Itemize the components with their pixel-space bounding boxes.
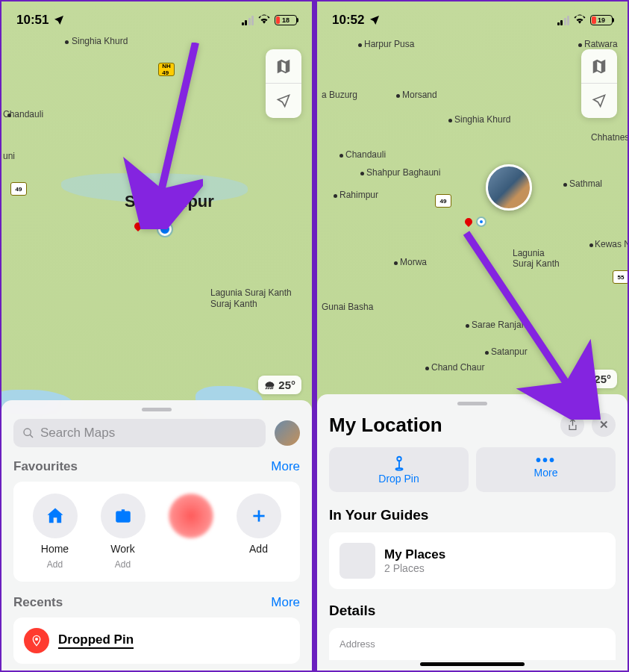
pin-icon: [24, 628, 49, 653]
annotation-arrow: [106, 43, 203, 232]
town-label: uni: [3, 151, 15, 161]
home-icon: [45, 505, 66, 526]
town-label: Suraj Kanth: [210, 299, 257, 309]
town-label: Lagunia Suraj Kanth: [210, 287, 292, 298]
briefcase-icon: [113, 506, 133, 526]
fav-work[interactable]: Work Add: [95, 494, 151, 570]
favourites-card: Home Add Work Add Add: [13, 482, 300, 582]
recents-heading: Recents: [13, 595, 63, 610]
recents-more-link[interactable]: More: [271, 595, 300, 610]
sheet-grabber[interactable]: [142, 408, 172, 411]
svg-line-6: [466, 233, 578, 401]
highway-shield: 55: [613, 270, 629, 284]
wifi-icon: [573, 13, 586, 27]
town-label: Sathmal: [569, 178, 602, 189]
town-label: Ratwara: [584, 39, 618, 49]
town-label: Morsand: [402, 90, 437, 100]
guide-name: My Places: [384, 547, 445, 562]
map-controls: [581, 49, 617, 118]
town-label: Singhia Khurd: [454, 114, 510, 125]
user-location-avatar[interactable]: [486, 164, 532, 211]
pin-icon: [391, 455, 407, 471]
search-input[interactable]: Search Maps: [13, 419, 266, 447]
profile-avatar[interactable]: [275, 420, 300, 446]
battery-icon: 19: [590, 15, 613, 25]
signal-icon: [557, 16, 570, 25]
search-icon: [22, 427, 34, 439]
annotation-arrow: [459, 225, 601, 423]
more-icon: •••: [536, 455, 556, 465]
town-label: Shahpur Baghauni: [366, 167, 440, 178]
weather-badge[interactable]: 🌧 25°: [258, 376, 301, 394]
fav-home[interactable]: Home Add: [27, 494, 83, 570]
svg-line-0: [157, 43, 195, 211]
fav-redacted[interactable]: [163, 494, 219, 570]
fav-add[interactable]: Add: [231, 494, 287, 570]
map-style-button[interactable]: [266, 49, 301, 84]
guide-thumbnail: [339, 543, 375, 579]
locate-button[interactable]: [581, 84, 617, 118]
town-label: Morwa: [400, 257, 427, 267]
address-label: Address: [339, 638, 605, 650]
more-button[interactable]: ••• More: [476, 447, 616, 492]
town-label: Harpur Pusa: [364, 39, 414, 49]
details-heading: Details: [329, 603, 616, 619]
svg-point-5: [35, 638, 38, 641]
location-arrow-icon: [53, 14, 65, 26]
bottom-sheet[interactable]: My Location ✕ Drop Pin ••• More In Your …: [317, 394, 628, 671]
home-indicator[interactable]: [420, 662, 525, 666]
town-label: Chandauli: [345, 149, 386, 160]
battery-icon: 18: [275, 15, 297, 25]
highway-shield: 49: [435, 194, 451, 208]
phone-right: 10:52 19 Harpur Pusa Ratwara a Buzurg Mo…: [316, 0, 629, 672]
town-label: a Buzurg: [322, 90, 357, 100]
phone-left: 10:51 18 Singhia Khurd Chandauli Lagunia…: [0, 0, 313, 672]
guides-heading: In Your Guides: [329, 507, 616, 523]
highway-shield: 49: [10, 182, 27, 196]
map-controls: [266, 49, 301, 118]
map-style-button[interactable]: [581, 49, 617, 84]
guide-subtitle: 2 Places: [384, 562, 445, 574]
bottom-sheet[interactable]: Search Maps Favourites More Home Add Wor…: [1, 400, 312, 671]
status-bar: 10:51 18: [1, 1, 312, 39]
location-arrow-icon: [369, 14, 381, 26]
town-label: Gunai Basha: [322, 302, 373, 312]
signal-icon: [242, 16, 254, 25]
guide-item[interactable]: My Places 2 Places: [329, 532, 616, 589]
status-time: 10:51: [16, 13, 48, 28]
favourites-heading: Favourites: [13, 459, 78, 474]
svg-line-2: [30, 435, 33, 438]
current-location-dot[interactable]: [478, 218, 485, 225]
locate-button[interactable]: [266, 84, 301, 118]
favourites-more-link[interactable]: More: [271, 459, 300, 474]
svg-point-1: [24, 429, 31, 435]
wifi-icon: [257, 13, 271, 27]
details-card: Address: [329, 628, 616, 660]
town-label: Chandauli: [3, 109, 43, 119]
svg-point-7: [397, 457, 401, 461]
town-label: Rahimpur: [339, 190, 378, 200]
recent-item[interactable]: Dropped Pin: [13, 617, 300, 664]
status-time: 10:52: [332, 13, 364, 28]
status-bar: 10:52 19: [317, 1, 628, 39]
sheet-title: My Location: [329, 414, 442, 437]
drop-pin-button[interactable]: Drop Pin: [329, 447, 469, 492]
town-label: Chhatnesh: [591, 132, 629, 143]
plus-icon: [249, 506, 269, 526]
